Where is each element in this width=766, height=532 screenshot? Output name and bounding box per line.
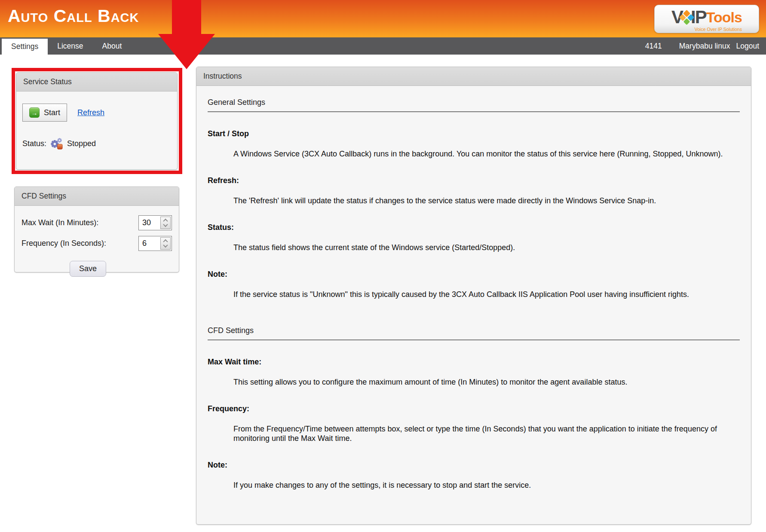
term-note-general: Note:	[208, 270, 740, 279]
section-heading-cfd-settings: CFD Settings	[208, 326, 740, 335]
cfd-settings-panel: CFD Settings Max Wait (In Minutes): Freq…	[14, 187, 179, 272]
para-status: The status field shows the current state…	[233, 243, 725, 253]
term-frequency: Frequency:	[208, 404, 740, 413]
spin-down-icon[interactable]	[163, 222, 168, 226]
save-button[interactable]: Save	[70, 261, 106, 277]
frequency-label: Frequency (In Seconds):	[21, 239, 106, 248]
top-banner: Auto Call Back V IP Tools Voice Over IP …	[0, 0, 766, 37]
tab-settings[interactable]: Settings	[2, 39, 48, 55]
voiptools-logo: V IP Tools Voice Over IP Solutions	[654, 5, 759, 33]
annotation-arrow-head-icon	[158, 34, 215, 69]
max-wait-label: Max Wait (In Minutes):	[21, 218, 98, 227]
service-status-title: Service Status	[16, 73, 177, 92]
start-button-label: Start	[44, 108, 60, 117]
term-note-cfd: Note:	[208, 461, 740, 470]
page-title: Auto Call Back	[8, 6, 139, 26]
status-value: Stopped	[67, 139, 96, 148]
username-label: Marybabu linux	[679, 42, 730, 51]
frequency-stepper	[138, 236, 172, 251]
instructions-panel: Instructions General Settings Start / St…	[196, 67, 751, 525]
section-divider	[208, 339, 740, 340]
logo-tools-text: Tools	[706, 9, 742, 26]
nav-bar: Settings License About 4141 Marybabu lin…	[0, 37, 766, 55]
max-wait-stepper	[138, 215, 172, 230]
para-refresh: The 'Refresh' link will update the statu…	[233, 196, 725, 206]
para-start-stop: A Windows Service (3CX Auto Callback) ru…	[233, 150, 725, 159]
extension-number: 4141	[645, 42, 662, 51]
section-divider	[208, 111, 740, 112]
term-max-wait: Max Wait time:	[208, 358, 740, 367]
tab-license[interactable]: License	[48, 37, 92, 55]
para-max-wait: This setting allows you to configure the…	[233, 378, 725, 387]
para-frequency: From the Frequency/Time between attempts…	[233, 425, 725, 443]
start-button[interactable]: → Start	[22, 104, 67, 122]
spin-down-icon[interactable]	[163, 242, 168, 247]
logo-tagline: Voice Over IP Solutions	[695, 27, 742, 32]
term-status: Status:	[208, 223, 740, 232]
logout-link[interactable]: Logout	[736, 42, 759, 51]
para-note-cfd: If you make changes to any of the settin…	[233, 481, 725, 490]
start-arrow-icon: →	[29, 107, 40, 118]
service-gears-icon	[50, 137, 63, 150]
status-label: Status:	[22, 139, 46, 148]
section-heading-general-settings: General Settings	[208, 98, 740, 107]
instructions-title: Instructions	[196, 67, 751, 86]
max-wait-spin-buttons[interactable]	[160, 217, 171, 229]
service-status-panel: Service Status → Start Refresh Status:	[16, 72, 178, 170]
frequency-spin-buttons[interactable]	[160, 237, 171, 250]
term-start-stop: Start / Stop	[208, 129, 740, 138]
cfd-settings-title: CFD Settings	[15, 187, 179, 206]
annotation-arrow-icon	[172, 0, 201, 34]
tab-about[interactable]: About	[93, 37, 132, 55]
refresh-link[interactable]: Refresh	[77, 108, 104, 117]
para-note-general: If the service status is "Unknown" this …	[233, 290, 725, 300]
term-refresh: Refresh:	[208, 176, 740, 185]
